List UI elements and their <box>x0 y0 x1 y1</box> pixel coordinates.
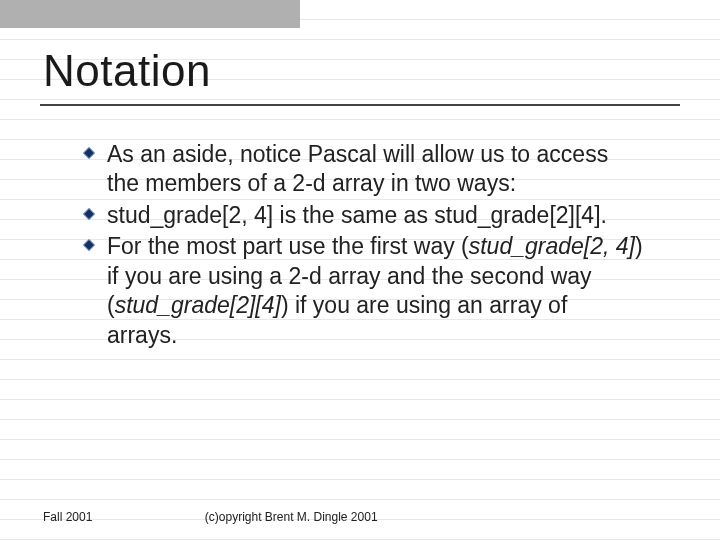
list-item: For the most part use the first way (stu… <box>83 232 643 350</box>
svg-rect-0 <box>83 147 94 158</box>
decorative-top-bar <box>0 0 300 28</box>
diamond-icon <box>83 147 101 159</box>
slide-title: Notation <box>43 46 680 96</box>
svg-rect-1 <box>83 208 94 219</box>
footer-left: Fall 2001 <box>43 510 92 524</box>
list-item-text: For the most part use the first way (stu… <box>107 232 643 350</box>
footer-right: (c)opyright Brent M. Dingle 2001 <box>205 510 378 524</box>
bullet-list: As an aside, notice Pascal will allow us… <box>83 140 643 350</box>
diamond-icon <box>83 239 101 251</box>
slide-content: Notation As an aside, notice Pascal will… <box>43 46 680 352</box>
slide-footer: Fall 2001 (c)opyright Brent M. Dingle 20… <box>43 510 680 524</box>
list-item-text: As an aside, notice Pascal will allow us… <box>107 140 643 199</box>
svg-rect-2 <box>83 240 94 251</box>
list-item-text: stud_grade[2, 4] is the same as stud_gra… <box>107 201 643 230</box>
diamond-icon <box>83 208 101 220</box>
list-item: stud_grade[2, 4] is the same as stud_gra… <box>83 201 643 230</box>
list-item: As an aside, notice Pascal will allow us… <box>83 140 643 199</box>
title-underline <box>40 104 680 106</box>
